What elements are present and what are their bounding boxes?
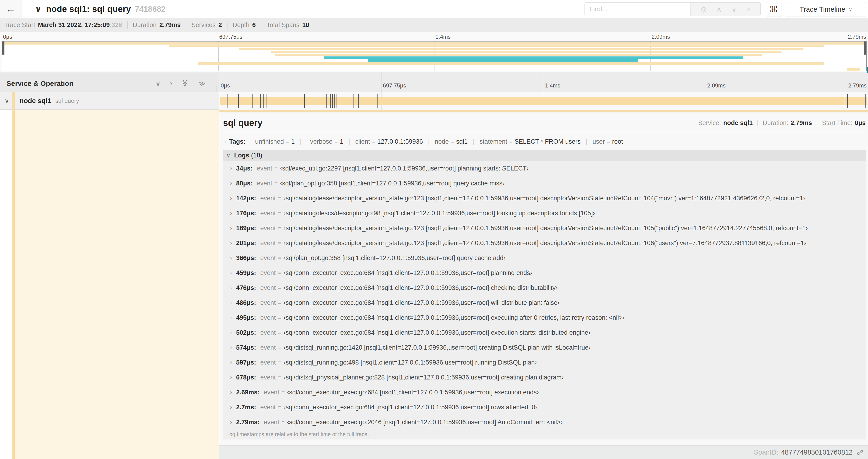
detail-header: sql query Service:node sql1|Duration:2.7… [223,116,866,133]
log-field-value: ‹sql/catalog/lease/descriptor_version_st… [283,239,806,247]
minimap-span-bar [368,59,638,62]
log-timestamp: 597μs: [236,359,256,366]
next-result-icon[interactable]: ∨ [732,5,737,13]
log-row[interactable]: ›201μs:event=‹sql/catalog/lease/descript… [223,236,866,251]
log-equals: = [278,345,281,351]
log-equals: = [278,404,281,411]
log-row[interactable]: ›486μs:event=‹sql/conn_executor_exec.go:… [223,295,866,310]
chevron-right-icon: › [230,344,232,351]
log-row[interactable]: ›80μs:event=‹sql/plan_opt.go:358 [nsql1,… [223,176,866,191]
titlebar: ← ∨ node sql1: sql query 7418682 ◎ ∧ ∨ ×… [0,0,868,18]
detail-body: sql query Service:node sql1|Duration:2.7… [219,112,868,446]
log-row[interactable]: ›176μs:event=‹sql/catalog/descs/descript… [223,206,866,221]
log-field-key: event [264,389,279,396]
detail-left-column [0,110,219,459]
log-row[interactable]: ›2.69ms:event=‹sql/conn_executor_exec.go… [223,385,866,400]
span-detail-title: sql query [223,118,262,128]
span-duration-bar[interactable] [220,97,867,105]
log-equals: = [282,389,285,396]
logs-note: Log timestamps are relative to the start… [223,430,866,439]
log-field-value: ‹sql/plan_opt.go:358 [nsql1,client=127.0… [280,180,504,187]
tag-separator: | [300,138,302,145]
minimap-axis-tick: 2.79ms [848,34,867,40]
locate-icon[interactable]: ◎ [701,5,707,13]
log-marker-tick [377,94,377,108]
keyboard-shortcuts-button[interactable]: ⌘ [766,2,781,17]
log-field-value: ‹sql/conn_executor_exec.go:2046 [nsql1,c… [287,419,563,426]
collapse-one-icon[interactable]: ∨ [155,79,160,88]
collapse-trace-chevron-icon[interactable]: ∨ [35,4,41,14]
tags-label: Tags: [229,138,245,145]
logs-header[interactable]: ∨ Logs (18) [223,150,866,161]
log-row[interactable]: ›34μs:event=‹sql/exec_util.go:2297 [nsql… [223,161,866,176]
log-row[interactable]: ›574μs:event=‹sql/distsql_running.go:142… [223,340,866,355]
back-button[interactable]: ← [0,0,22,18]
log-marker-tick [252,94,253,108]
log-field-key: event [260,284,276,292]
link-icon[interactable] [856,449,864,456]
find-bar: ◎ ∧ ∨ × [585,2,761,16]
log-row[interactable]: ›2.7ms:event=‹sql/conn_executor_exec.go:… [223,400,866,415]
log-marker-tick [845,94,845,108]
minimap-span-bar [2,42,866,44]
tag-separator: | [586,138,587,145]
expand-all-icon[interactable]: ≫ [198,79,206,88]
log-timestamp: 678μs: [236,374,256,381]
log-row[interactable]: ›597μs:event=‹sql/distsql_running.go:498… [223,355,866,370]
log-row[interactable]: ›2.79ms:event=‹sql/conn_executor_exec.go… [223,415,866,430]
span-name-cell[interactable]: ∨ node sql1 sql query [0,92,219,110]
log-row[interactable]: ›476μs:event=‹sql/conn_executor_exec.go:… [223,280,866,295]
log-field-key: event [260,329,276,336]
minimap-left-drag-handle[interactable] [2,41,4,55]
log-row[interactable]: ›189μs:event=‹sql/catalog/lease/descript… [223,221,866,236]
timeline-axis: 0μs697.75μs1.4ms2.09ms2.79ms [219,73,868,92]
summary-label: Duration [133,22,157,29]
chevron-right-icon: › [230,240,232,246]
column-resizer[interactable]: ∥ [215,86,218,92]
log-equals: = [278,240,281,246]
trace-page: ← ∨ node sql1: sql query 7418682 ◎ ∧ ∨ ×… [0,0,868,459]
log-field-key: event [260,344,276,351]
log-row[interactable]: ›502μs:event=‹sql/conn_executor_exec.go:… [223,325,866,340]
log-row[interactable]: ›459μs:event=‹sql/conn_executor_exec.go:… [223,265,866,280]
find-input[interactable] [585,3,690,15]
log-field-value: ‹sql/plan_opt.go:358 [nsql1,client=127.0… [283,255,506,262]
chevron-right-icon: › [230,359,232,366]
summary-value: 2 [218,22,222,29]
span-bar-cell[interactable] [219,92,868,110]
chevron-right-icon: › [230,225,232,231]
log-row[interactable]: ›678μs:event=‹sql/distsql_physical_plann… [223,370,866,385]
log-timestamp: 80μs: [236,180,253,187]
log-equals: = [278,374,281,381]
minimap-span-bar [275,54,762,56]
span-collapse-chevron-icon[interactable]: ∨ [5,97,9,104]
tag-equals: = [509,138,513,145]
timeline-axis-tick: 697.75μs [381,82,406,89]
summary-item: Trace StartMarch 31 2022, 17:25:09.326 [4,22,122,29]
expanded-row-background [15,110,219,459]
minimap-right-drag-handle[interactable] [864,41,866,55]
log-row[interactable]: ›366μs:event=‹sql/plan_opt.go:358 [nsql1… [223,251,866,265]
log-equals: = [275,180,278,187]
log-timestamp: 574μs: [236,344,256,351]
trace-view-selector[interactable]: Trace Timeline ∨ [786,2,866,17]
overview-label: Duration: [763,120,788,127]
clear-search-icon[interactable]: × [746,5,751,13]
minimap-canvas[interactable] [2,41,867,71]
tags-row[interactable]: › Tags: _unfinished=1|_verbose=1|client=… [223,135,866,148]
minimap-axis-tick: 697.75μs [218,34,242,40]
log-marker-tick [332,94,333,108]
log-field-value: ‹sql/conn_executor_exec.go:684 [nsql1,cl… [283,299,560,306]
prev-result-icon[interactable]: ∧ [717,5,722,13]
collapse-all-icon[interactable]: ≫ [181,80,189,87]
timeline-gridline [381,73,382,92]
timeline-axis-tick: 2.09ms [706,82,726,89]
find-controls: ◎ ∧ ∨ × [690,3,761,15]
timeline-gridline [544,73,544,92]
log-row[interactable]: ›495μs:event=‹sql/conn_executor_exec.go:… [223,310,866,325]
expand-one-icon[interactable]: › [170,79,172,88]
tag-value: 127.0.0.1:59936 [377,138,423,145]
log-row[interactable]: ›142μs:event=‹sql/catalog/lease/descript… [223,191,866,206]
log-equals: = [278,210,281,217]
log-field-key: event [257,165,272,172]
